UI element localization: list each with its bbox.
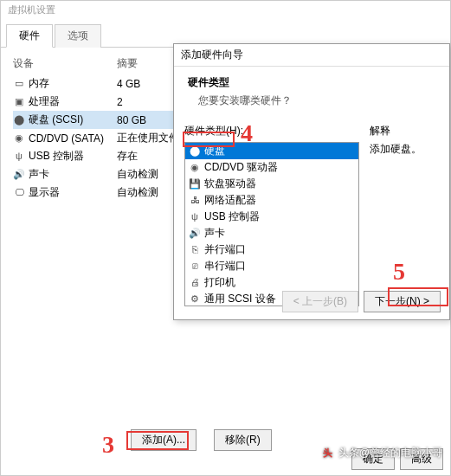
device-summary: 正在使用文件 <box>117 131 179 145</box>
device-summary: 80 GB <box>117 114 146 126</box>
hardware-item[interactable]: 💾软盘驱动器 <box>185 176 358 192</box>
col-summary: 摘要 <box>117 56 138 71</box>
hardware-item-label: USB 控制器 <box>204 209 260 224</box>
hardware-item[interactable]: ⎚串行端口 <box>185 258 358 274</box>
usb-icon: ψ <box>13 151 25 163</box>
add-button[interactable]: 添加(A)... <box>131 429 197 451</box>
hardware-item[interactable]: ◉CD/DVD 驱动器 <box>185 159 358 176</box>
device-summary: 存在 <box>117 149 138 164</box>
hardware-item-label: 通用 SCSI 设备 <box>204 292 276 306</box>
hardware-item-label: 串行端口 <box>204 259 246 273</box>
explanation-label: 解释 <box>370 124 439 138</box>
sound-icon: 🔊 <box>189 228 201 240</box>
disk-icon: ⬤ <box>13 114 25 126</box>
hardware-type-label: 硬件类型(H): <box>184 124 359 138</box>
hardware-item-label: 网络适配器 <box>204 193 256 208</box>
device-name: 显示器 <box>29 185 60 200</box>
hardware-item-label: 打印机 <box>204 275 235 290</box>
device-summary: 自动检测 <box>117 185 158 200</box>
cd-icon: ◉ <box>189 162 201 174</box>
hardware-type-list[interactable]: ⬤硬盘◉CD/DVD 驱动器💾软盘驱动器🖧网络适配器ψUSB 控制器🔊声卡⎘并行… <box>184 142 359 306</box>
device-name: CD/DVD (SATA) <box>29 132 104 145</box>
watermark: 头 头条@曾经的电脑小哥 <box>321 446 442 460</box>
disk-icon: ⬤ <box>189 145 201 158</box>
remove-button[interactable]: 移除(R) <box>214 429 272 451</box>
wizard-header: 硬件类型 您要安装哪类硬件？ <box>174 67 449 117</box>
device-name: 硬盘 (SCSI) <box>29 113 83 127</box>
device-summary: 自动检测 <box>117 167 158 182</box>
next-button[interactable]: 下一步(N) > <box>364 291 441 312</box>
device-summary: 2 <box>117 96 123 108</box>
col-device: 设备 <box>13 56 117 71</box>
usb-icon: ψ <box>189 211 201 223</box>
hardware-item[interactable]: ⎘并行端口 <box>185 241 358 258</box>
device-summary: 4 GB <box>117 78 140 90</box>
tab-options[interactable]: 选项 <box>55 24 101 48</box>
memory-icon: ▭ <box>13 78 25 90</box>
window-title: 虚拟机设置 <box>1 1 450 20</box>
hardware-item[interactable]: ψUSB 控制器 <box>185 209 358 225</box>
hardware-item[interactable]: 🔊声卡 <box>185 225 358 241</box>
display-icon: 🖵 <box>13 187 25 199</box>
wizard-title: 添加硬件向导 <box>174 44 449 67</box>
parallel-icon: ⎘ <box>189 244 201 256</box>
floppy-icon: 💾 <box>189 178 201 190</box>
hardware-item[interactable]: ⬤硬盘 <box>185 143 358 159</box>
hardware-item[interactable]: 🖨打印机 <box>185 274 358 291</box>
device-name: 处理器 <box>29 94 60 109</box>
serial-icon: ⎚ <box>189 261 201 273</box>
hardware-item-label: 并行端口 <box>204 242 246 257</box>
wizard-heading: 硬件类型 <box>188 75 435 90</box>
back-button: < 上一步(B) <box>282 291 358 312</box>
net-icon: 🖧 <box>189 195 201 207</box>
scsi-icon: ⚙ <box>189 293 201 306</box>
cpu-icon: ▣ <box>13 96 25 108</box>
cd-icon: ◉ <box>13 132 25 145</box>
hardware-item-label: 硬盘 <box>204 144 225 158</box>
bottom-buttons: 添加(A)... 移除(R) <box>131 429 272 451</box>
hardware-item-label: 声卡 <box>204 226 225 241</box>
add-hardware-wizard: 添加硬件向导 硬件类型 您要安装哪类硬件？ 硬件类型(H): ⬤硬盘◉CD/DV… <box>173 43 450 320</box>
wizard-subheading: 您要安装哪类硬件？ <box>188 93 435 108</box>
toutiao-logo-icon: 头 <box>321 447 335 460</box>
hardware-item-label: CD/DVD 驱动器 <box>204 160 278 175</box>
sound-icon: 🔊 <box>13 169 25 181</box>
watermark-text: 头条@曾经的电脑小哥 <box>338 446 442 460</box>
explanation-text: 添加硬盘。 <box>370 142 439 157</box>
tab-hardware[interactable]: 硬件 <box>6 24 53 48</box>
device-name: USB 控制器 <box>29 149 84 164</box>
printer-icon: 🖨 <box>189 277 201 289</box>
hardware-item[interactable]: 🖧网络适配器 <box>185 192 358 209</box>
device-name: 声卡 <box>29 167 49 182</box>
device-name: 内存 <box>29 76 49 91</box>
hardware-item-label: 软盘驱动器 <box>204 177 256 191</box>
